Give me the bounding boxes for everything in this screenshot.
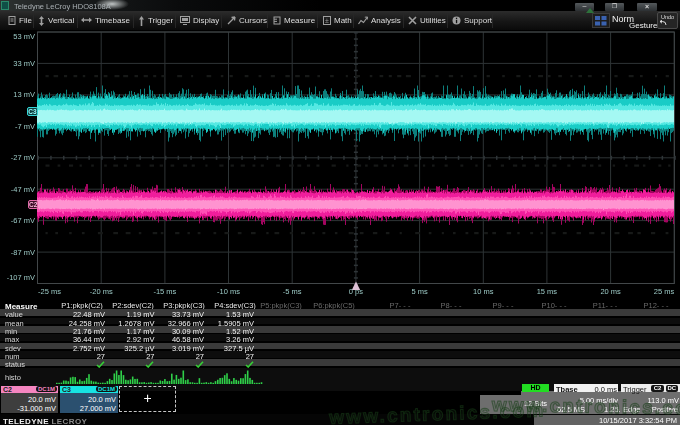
svg-text:10 ms: 10 ms — [473, 287, 494, 296]
svg-text:13 mV: 13 mV — [13, 90, 35, 99]
svg-text:-10 ms: -10 ms — [217, 287, 240, 296]
svg-text:-5 ms: -5 ms — [283, 287, 302, 296]
svg-text:-47 mV: -47 mV — [11, 185, 35, 194]
svg-text:53 mV: 53 mV — [13, 32, 35, 41]
svg-text:-7 mV: -7 mV — [15, 122, 35, 131]
svg-text:25 ms: 25 ms — [654, 287, 675, 296]
svg-text:20 ms: 20 ms — [600, 287, 621, 296]
svg-text:15 ms: 15 ms — [537, 287, 558, 296]
svg-text:33 mV: 33 mV — [13, 59, 35, 68]
svg-text:-27 mV: -27 mV — [11, 153, 35, 162]
svg-text:0 ps: 0 ps — [349, 287, 363, 296]
svg-text:-67 mV: -67 mV — [11, 216, 35, 225]
svg-text:5 ms: 5 ms — [411, 287, 428, 296]
svg-text:-87 mV: -87 mV — [11, 248, 35, 257]
svg-text:-15 ms: -15 ms — [153, 287, 176, 296]
svg-text:±: ± — [325, 17, 329, 24]
svg-text:-107 mV: -107 mV — [7, 273, 35, 282]
svg-text:-20 ms: -20 ms — [90, 287, 113, 296]
svg-text:-25 ms: -25 ms — [38, 287, 61, 296]
